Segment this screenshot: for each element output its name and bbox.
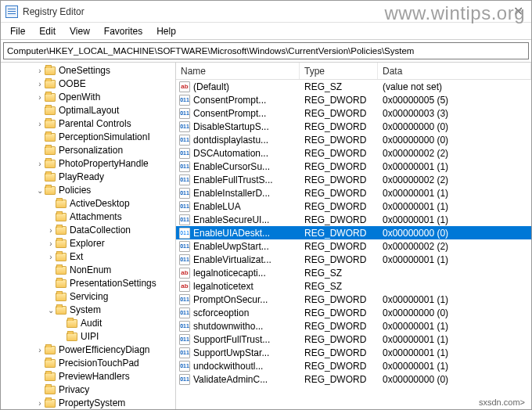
list-row[interactable]: undockwithoutl...REG_DWORD0x00000001 (1) bbox=[176, 359, 531, 372]
tree-item[interactable]: PreviewHandlers bbox=[2, 370, 175, 383]
tree-item[interactable]: Audit bbox=[2, 317, 175, 330]
tree-item[interactable]: ›Parental Controls bbox=[2, 117, 175, 131]
tree-item[interactable]: ›Explorer bbox=[2, 237, 175, 250]
cell-data: 0x00000001 (1) bbox=[378, 201, 531, 212]
menu-item-help[interactable]: Help bbox=[150, 24, 182, 38]
menu-item-view[interactable]: View bbox=[63, 24, 96, 38]
window-title: Registry Editor bbox=[23, 6, 84, 17]
list-row[interactable]: EnableVirtualizat...REG_DWORD0x00000001 … bbox=[176, 253, 531, 266]
menu-item-edit[interactable]: Edit bbox=[33, 24, 62, 38]
tree-item[interactable]: Privacy bbox=[2, 383, 175, 397]
dword-value-icon bbox=[179, 347, 190, 358]
chevron-right-icon[interactable]: › bbox=[35, 91, 45, 104]
chevron-down-icon[interactable]: ⌄ bbox=[35, 184, 45, 197]
tree-pane[interactable]: ›OneSettings›OOBE›OpenWithOptimalLayout›… bbox=[1, 63, 176, 409]
tree-item-label: NonEnum bbox=[70, 264, 111, 277]
tree-item[interactable]: ›DataCollection bbox=[2, 224, 175, 237]
dword-value-icon bbox=[179, 161, 190, 172]
list-row[interactable]: SupportUwpStar...REG_DWORD0x00000001 (1) bbox=[176, 346, 531, 359]
cell-name: legalnoticetext bbox=[176, 281, 300, 292]
list-row[interactable]: dontdisplaylastu...REG_DWORD0x00000000 (… bbox=[176, 133, 531, 146]
chevron-right-icon[interactable]: › bbox=[35, 64, 45, 77]
tree-item[interactable]: ›PowerEfficiencyDiagn bbox=[2, 343, 175, 357]
dword-value-icon bbox=[179, 135, 190, 146]
tree-item[interactable]: Servicing bbox=[2, 290, 175, 304]
list-row[interactable]: legalnoticetextREG_SZ bbox=[176, 279, 531, 293]
chevron-right-icon[interactable]: › bbox=[35, 157, 45, 171]
tree-item[interactable]: Attachments bbox=[2, 210, 175, 224]
close-icon[interactable]: ✕ bbox=[513, 4, 523, 19]
list-row[interactable]: scforceoptionREG_DWORD0x00000000 (0) bbox=[176, 306, 531, 319]
tree-item[interactable]: ›OOBE bbox=[2, 77, 175, 91]
chevron-down-icon[interactable]: ⌄ bbox=[46, 304, 56, 317]
tree-item-label: OpenWith bbox=[59, 91, 100, 104]
cell-data: (value not set) bbox=[378, 81, 531, 92]
list-row[interactable]: shutdownwitho...REG_DWORD0x00000001 (1) bbox=[176, 319, 531, 333]
list-row[interactable]: DisableStartupS...REG_DWORD0x00000000 (0… bbox=[176, 120, 531, 133]
list-row[interactable]: SupportFullTrust...REG_DWORD0x00000001 (… bbox=[176, 333, 531, 346]
titlebar[interactable]: Registry Editor ✕ bbox=[1, 1, 531, 23]
tree-item[interactable]: Personalization bbox=[2, 144, 175, 157]
column-header-type[interactable]: Type bbox=[300, 63, 378, 79]
chevron-right-icon[interactable]: › bbox=[46, 237, 56, 250]
list-row[interactable]: EnableInstallerD...REG_DWORD0x00000001 (… bbox=[176, 186, 531, 200]
tree-item-label: Policies bbox=[59, 184, 91, 197]
list-row[interactable]: DSCAutomation...REG_DWORD0x00000002 (2) bbox=[176, 146, 531, 160]
list-row[interactable]: legalnoticecapti...REG_SZ bbox=[176, 266, 531, 279]
list-row[interactable]: ConsentPrompt...REG_DWORD0x00000003 (3) bbox=[176, 106, 531, 120]
menu-item-favorites[interactable]: Favorites bbox=[98, 24, 149, 38]
chevron-right-icon[interactable]: › bbox=[35, 77, 45, 91]
value-name: EnableInstallerD... bbox=[193, 188, 270, 199]
list-row[interactable]: EnableCursorSu...REG_DWORD0x00000001 (1) bbox=[176, 160, 531, 173]
dword-value-icon bbox=[179, 95, 190, 106]
cell-name: EnableUIADeskt... bbox=[176, 228, 300, 239]
cell-name: EnableUwpStart... bbox=[176, 241, 300, 252]
menu-item-file[interactable]: File bbox=[4, 24, 31, 38]
tree-item[interactable]: ›OpenWith bbox=[2, 91, 175, 104]
list-row[interactable]: ConsentPrompt...REG_DWORD0x00000005 (5) bbox=[176, 93, 531, 106]
list-row[interactable]: EnableUIADeskt...REG_DWORD0x00000000 (0) bbox=[176, 226, 531, 239]
list-header[interactable]: Name Type Data bbox=[176, 63, 531, 80]
folder-icon bbox=[45, 173, 56, 182]
list-row[interactable]: PromptOnSecur...REG_DWORD0x00000001 (1) bbox=[176, 293, 531, 306]
chevron-right-icon[interactable]: › bbox=[35, 397, 45, 409]
list-row[interactable]: EnableFullTrustS...REG_DWORD0x00000002 (… bbox=[176, 173, 531, 186]
list-row[interactable]: EnableLUAREG_DWORD0x00000001 (1) bbox=[176, 200, 531, 213]
list-row[interactable]: ValidateAdminC...REG_DWORD0x00000000 (0) bbox=[176, 372, 531, 386]
tree-item[interactable]: ⌄Policies bbox=[2, 184, 175, 197]
folder-icon bbox=[66, 333, 77, 341]
address-bar[interactable]: Computer\HKEY_LOCAL_MACHINE\SOFTWARE\Mic… bbox=[3, 42, 529, 59]
dword-value-icon bbox=[179, 148, 190, 159]
chevron-right-icon[interactable]: › bbox=[46, 224, 56, 237]
chevron-right-icon[interactable]: › bbox=[35, 343, 45, 357]
column-header-data[interactable]: Data bbox=[378, 63, 531, 79]
tree-item[interactable]: PerceptionSimulationI bbox=[2, 131, 175, 144]
chevron-right-icon[interactable]: › bbox=[35, 117, 45, 131]
string-value-icon bbox=[179, 268, 190, 279]
tree-item-label: System bbox=[70, 304, 101, 317]
column-header-name[interactable]: Name bbox=[176, 63, 300, 79]
chevron-right-icon[interactable]: › bbox=[46, 250, 56, 264]
value-name: ConsentPrompt... bbox=[193, 108, 266, 119]
list-row[interactable]: EnableUwpStart...REG_DWORD0x00000002 (2) bbox=[176, 239, 531, 253]
cell-name: PromptOnSecur... bbox=[176, 294, 300, 305]
tree-item[interactable]: ⌄System bbox=[2, 304, 175, 317]
tree-item[interactable]: PlayReady bbox=[2, 171, 175, 184]
cell-type: REG_DWORD bbox=[300, 121, 378, 132]
tree-item-label: OptimalLayout bbox=[59, 104, 119, 117]
tree-item[interactable]: PresentationSettings bbox=[2, 277, 175, 290]
tree-item[interactable]: ›OneSettings bbox=[2, 64, 175, 77]
list-pane[interactable]: Name Type Data (Default)REG_SZ(value not… bbox=[176, 63, 531, 409]
list-row[interactable]: (Default)REG_SZ(value not set) bbox=[176, 80, 531, 93]
tree-item[interactable]: ›PropertySystem bbox=[2, 397, 175, 409]
tree-item[interactable]: ›Ext bbox=[2, 250, 175, 264]
list-row[interactable]: EnableSecureUI...REG_DWORD0x00000001 (1) bbox=[176, 213, 531, 226]
tree-item[interactable]: PrecisionTouchPad bbox=[2, 357, 175, 370]
tree-item[interactable]: ›PhotoPropertyHandle bbox=[2, 157, 175, 171]
cell-type: REG_DWORD bbox=[300, 201, 378, 212]
tree-item[interactable]: NonEnum bbox=[2, 264, 175, 277]
tree-item[interactable]: UIPI bbox=[2, 330, 175, 343]
tree-item[interactable]: ActiveDesktop bbox=[2, 197, 175, 210]
tree-item-label: PerceptionSimulationI bbox=[59, 131, 150, 144]
tree-item[interactable]: OptimalLayout bbox=[2, 104, 175, 117]
